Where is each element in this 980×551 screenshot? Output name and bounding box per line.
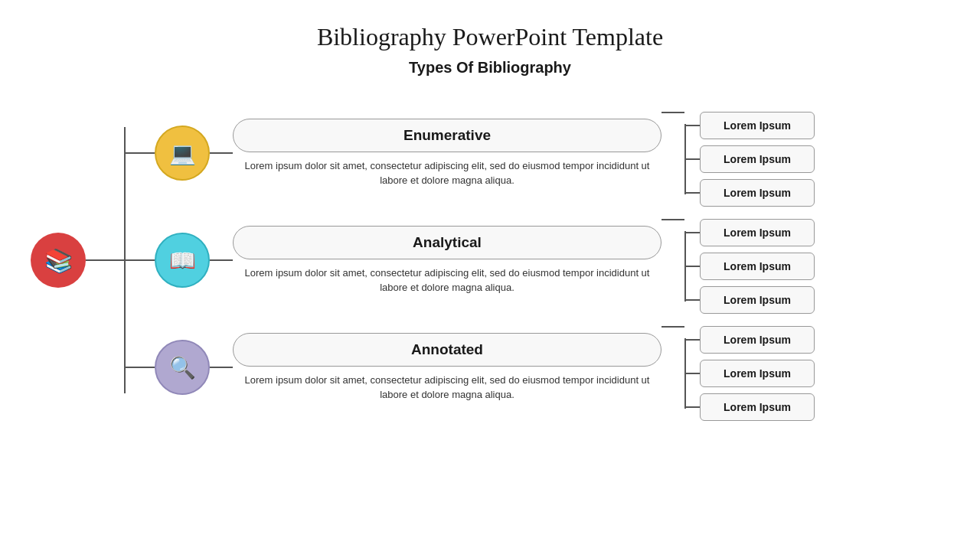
right-h-2-3 <box>684 299 700 301</box>
center-h-line <box>86 259 124 261</box>
right-label-1-3: Lorem Ipsum <box>724 187 791 199</box>
right-item-2-3: Lorem Ipsum <box>684 286 815 314</box>
right-box-1-2: Lorem Ipsum <box>700 145 815 173</box>
right-h-1-3 <box>684 192 700 194</box>
right-h-2-2 <box>684 266 700 267</box>
enumerative-content-row: Enumerative Lorem ipsum dolor sit amet, … <box>233 99 815 207</box>
right-items-analytical: Lorem Ipsum Lorem Ipsum Lorem Ipsum <box>684 219 815 314</box>
right-box-2-2: Lorem Ipsum <box>700 253 815 280</box>
right-label-2-3: Lorem Ipsum <box>724 294 791 306</box>
right-label-2-1: Lorem Ipsum <box>724 227 791 239</box>
books-icon: 📚 <box>44 247 73 274</box>
right-item-1-3: Lorem Ipsum <box>684 179 815 207</box>
right-item-2-2: Lorem Ipsum <box>684 253 815 280</box>
right-item-1-2: Lorem Ipsum <box>684 145 815 173</box>
book-icon: 📖 <box>169 248 196 273</box>
icon-circle-annotated: 🔍 <box>155 340 210 395</box>
right-item-3-1: Lorem Ipsum <box>684 326 815 354</box>
subtitle: Types Of Bibliography <box>409 59 571 77</box>
magnifier-icon: 🔍 <box>169 355 196 380</box>
right-label-2-2: Lorem Ipsum <box>724 260 791 272</box>
right-box-3-3: Lorem Ipsum <box>700 393 815 421</box>
icon-circle-enumerative: 💻 <box>155 126 210 181</box>
annotated-desc: Lorem ipsum dolor sit amet, consectetur … <box>233 373 662 403</box>
branch-h-line-1 <box>124 152 155 154</box>
right-item-3-3: Lorem Ipsum <box>684 393 815 421</box>
content-annotated: Annotated Lorem ipsum dolor sit amet, co… <box>233 314 815 421</box>
branch-container: 💻 Enumerative Lorem ipsum dolor sit amet… <box>124 99 815 421</box>
laptop-icon: 💻 <box>169 141 196 166</box>
right-box-2-1: Lorem Ipsum <box>700 219 815 246</box>
right-label-1-1: Lorem Ipsum <box>724 119 791 132</box>
analytical-content-row: Analytical Lorem ipsum dolor sit amet, c… <box>233 207 815 314</box>
right-v-line-3 <box>684 338 686 409</box>
right-h-3-2 <box>684 373 700 374</box>
branch-row-enumerative: 💻 Enumerative Lorem ipsum dolor sit amet… <box>124 99 815 207</box>
annotated-content-row: Annotated Lorem ipsum dolor sit amet, co… <box>233 314 815 421</box>
right-item-3-2: Lorem Ipsum <box>684 360 815 387</box>
enumerative-box: Enumerative <box>233 119 662 152</box>
branch-row-annotated: 🔍 Annotated Lorem ipsum dolor sit amet, … <box>124 314 815 421</box>
right-label-3-2: Lorem Ipsum <box>724 367 791 380</box>
right-item-1-1: Lorem Ipsum <box>684 112 815 139</box>
analytical-label: Analytical <box>413 234 482 250</box>
branch-row-analytical: 📖 Analytical Lorem ipsum dolor sit amet,… <box>124 207 815 314</box>
annotated-label: Annotated <box>411 341 483 357</box>
right-label-3-1: Lorem Ipsum <box>724 334 791 346</box>
right-item-2-1: Lorem Ipsum <box>684 219 815 246</box>
icon-to-box-3 <box>210 367 233 368</box>
right-h-3-3 <box>684 406 700 408</box>
icon-to-box-2 <box>210 259 233 261</box>
right-box-2-3: Lorem Ipsum <box>700 286 815 314</box>
box-to-right-3 <box>662 326 684 328</box>
right-items-list-1: Lorem Ipsum Lorem Ipsum Lorem Ipsum <box>684 112 815 207</box>
right-label-3-3: Lorem Ipsum <box>724 401 791 413</box>
right-box-3-1: Lorem Ipsum <box>700 326 815 354</box>
branch-h-line-3 <box>124 367 155 368</box>
center-circle: 📚 <box>31 233 86 288</box>
right-items-list-2: Lorem Ipsum Lorem Ipsum Lorem Ipsum <box>684 219 815 314</box>
box-to-right-2 <box>662 219 684 220</box>
right-h-1-2 <box>684 158 700 160</box>
content-analytical: Analytical Lorem ipsum dolor sit amet, c… <box>233 207 815 314</box>
right-h-1-1 <box>684 125 700 126</box>
right-v-line-1 <box>684 124 686 194</box>
right-h-3-1 <box>684 339 700 341</box>
annotated-box: Annotated <box>233 333 662 367</box>
right-h-2-1 <box>684 232 700 233</box>
icon-to-box-1 <box>210 152 233 154</box>
branch-h-line-2 <box>124 259 155 261</box>
right-items-list-3: Lorem Ipsum Lorem Ipsum Lorem Ipsum <box>684 326 815 421</box>
right-items-annotated: Lorem Ipsum Lorem Ipsum Lorem Ipsum <box>684 326 815 421</box>
analytical-box: Analytical <box>233 226 662 259</box>
page-title: Bibliography PowerPoint Template <box>317 23 663 51</box>
enumerative-desc: Lorem ipsum dolor sit amet, consectetur … <box>233 158 662 188</box>
right-items-enumerative: Lorem Ipsum Lorem Ipsum Lorem Ipsum <box>684 112 815 207</box>
right-box-1-1: Lorem Ipsum <box>700 112 815 139</box>
icon-circle-analytical: 📖 <box>155 233 210 288</box>
diagram: 📚 💻 Enumerative <box>31 99 949 421</box>
right-box-1-3: Lorem Ipsum <box>700 179 815 207</box>
content-enumerative: Enumerative Lorem ipsum dolor sit amet, … <box>233 99 815 207</box>
right-box-3-2: Lorem Ipsum <box>700 360 815 387</box>
box-to-right-1 <box>662 112 684 113</box>
enumerative-label: Enumerative <box>403 127 491 143</box>
analytical-desc: Lorem ipsum dolor sit amet, consectetur … <box>233 266 662 295</box>
page: Bibliography PowerPoint Template Types O… <box>0 0 980 551</box>
right-v-line-2 <box>684 231 686 302</box>
right-label-1-2: Lorem Ipsum <box>724 153 791 165</box>
